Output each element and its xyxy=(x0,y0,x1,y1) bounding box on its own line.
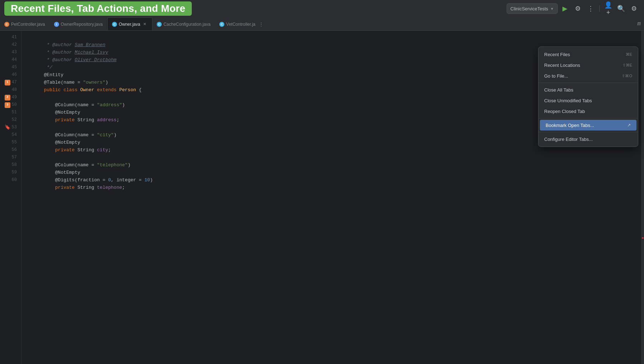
line-number-43: 43 xyxy=(12,49,18,56)
run-config-button[interactable]: ClinicServiceTests ▼ xyxy=(507,3,558,14)
menu-item-recent-files-shortcut: ⌘E xyxy=(626,52,632,57)
bookmark-badge-53: 🔖 xyxy=(5,125,10,131)
menu-item-close-all-tabs-label: Close All Tabs xyxy=(544,87,573,93)
error-badge-50: 3 xyxy=(5,102,10,108)
run-config-name: ClinicServiceTests xyxy=(511,6,548,11)
play-icon: ▶ xyxy=(562,5,567,13)
tab-actions-dropdown: Recent Files ⌘E Recent Locations ⇧⌘E Go … xyxy=(538,46,638,147)
tab-more-options[interactable]: ⋮ xyxy=(258,21,264,28)
menu-item-recent-files-label: Recent Files xyxy=(544,52,570,57)
toolbar: Recent Files, Tab Actions, and More Clin… xyxy=(0,0,644,17)
gear-icon: ⚙ xyxy=(575,5,581,13)
menu-item-bookmark-open-tabs[interactable]: Bookmark Open Tabs... ↗ xyxy=(540,120,636,131)
tab-label-pet-controller: PetController.java xyxy=(11,22,45,27)
line-number-58: 58 xyxy=(12,161,18,169)
tab-icon-owner: C xyxy=(112,22,117,27)
preferences-icon: ⚙ xyxy=(631,5,637,13)
line-number-48: 48 xyxy=(12,86,18,94)
cursor-indicator: ↗ xyxy=(627,123,631,128)
search-button[interactable]: 🔍 xyxy=(615,3,627,14)
error-badge-49: 2 xyxy=(5,95,10,100)
menu-separator-1 xyxy=(538,83,638,83)
line-number-47: 147 xyxy=(5,79,18,86)
menu-item-go-to-file-label: Go to File... xyxy=(544,73,568,79)
menu-item-go-to-file[interactable]: Go to File... ⇧⌘O xyxy=(538,70,638,81)
tab-vet-controller[interactable]: C VetController.ja ⋮ xyxy=(215,18,269,30)
tab-close-owner[interactable]: ✕ xyxy=(142,21,148,27)
menu-item-close-unmodified-tabs-label: Close Unmodified Tabs xyxy=(544,98,592,103)
person-plus-icon: 👤+ xyxy=(602,1,614,16)
menu-item-reopen-closed-tab-label: Reopen Closed Tab xyxy=(544,109,585,114)
run-button[interactable]: ▶ xyxy=(559,3,571,14)
line-numbers-gutter: 41 42 43 44 45 46 147 48 249 350 51 52 🔖… xyxy=(0,31,21,364)
menu-item-recent-locations[interactable]: Recent Locations ⇧⌘E xyxy=(538,60,638,70)
search-icon: 🔍 xyxy=(617,5,625,13)
line-number-57: 57 xyxy=(12,154,18,161)
code-line-41: * @author Sam Brannen xyxy=(27,34,641,41)
add-profile-button[interactable]: 👤+ xyxy=(602,3,614,14)
menu-item-configure-editor-tabs[interactable]: Configure Editor Tabs... xyxy=(538,134,638,144)
scrollbar-track[interactable] xyxy=(641,31,644,364)
error-badge-47: 1 xyxy=(5,80,10,85)
tab-icon-pet-controller: C xyxy=(4,22,9,27)
menu-separator-2 xyxy=(538,118,638,118)
toolbar-separator xyxy=(599,5,600,12)
tab-cache-configuration[interactable]: C CacheConfiguration.java xyxy=(152,18,215,30)
tab-pet-controller[interactable]: C PetController.java xyxy=(0,18,50,30)
line-number-51: 51 xyxy=(12,109,18,116)
tab-label-owner-repository: OwnerRepository.java xyxy=(61,22,103,27)
line-number-55: 55 xyxy=(12,139,18,146)
menu-item-recent-locations-label: Recent Locations xyxy=(544,63,580,68)
tab-icon-vet-controller: C xyxy=(219,22,224,27)
menu-item-go-to-file-shortcut: ⇧⌘O xyxy=(622,74,632,78)
tab-label-cache-configuration: CacheConfiguration.java xyxy=(164,22,210,27)
scrollbar-error-marker xyxy=(642,237,644,238)
line-number-60: 60 xyxy=(12,176,18,184)
tab-icon-owner-repository: I xyxy=(54,22,59,27)
menu-item-configure-editor-tabs-label: Configure Editor Tabs... xyxy=(544,137,593,142)
menu-item-close-unmodified-tabs[interactable]: Close Unmodified Tabs xyxy=(538,95,638,106)
toolbar-right: ClinicServiceTests ▼ ▶ ⚙ ⋮ 👤+ 🔍 ⚙ xyxy=(507,3,640,14)
line-number-54: 54 xyxy=(12,131,18,139)
tab-minimap-icon: m xyxy=(634,18,644,30)
tab-label-owner: Owner.java xyxy=(119,22,140,27)
menu-item-reopen-closed-tab[interactable]: Reopen Closed Tab xyxy=(538,106,638,117)
code-line-56 xyxy=(27,146,641,154)
more-options-button[interactable]: ⋮ xyxy=(585,3,596,14)
line-number-44: 44 xyxy=(12,56,18,64)
tab-owner[interactable]: C Owner.java ✕ xyxy=(107,18,152,30)
menu-item-recent-locations-shortcut: ⇧⌘E xyxy=(623,63,632,68)
settings-button[interactable]: ⚙ xyxy=(572,3,584,14)
menu-item-close-all-tabs[interactable]: Close All Tabs xyxy=(538,84,638,95)
more-icon: ⋮ xyxy=(587,5,594,13)
tab-owner-repository[interactable]: I OwnerRepository.java xyxy=(50,18,107,30)
tab-bar: C PetController.java I OwnerRepository.j… xyxy=(0,17,644,31)
line-number-42: 42 xyxy=(12,41,18,49)
chevron-down-icon: ▼ xyxy=(550,7,554,11)
line-number-59: 59 xyxy=(12,169,18,176)
line-number-56: 56 xyxy=(12,146,18,154)
toolbar-title: Recent Files, Tab Actions, and More xyxy=(4,1,192,16)
line-number-41: 41 xyxy=(12,34,18,41)
menu-item-bookmark-open-tabs-label: Bookmark Open Tabs... xyxy=(546,123,594,128)
line-number-49: 249 xyxy=(5,94,18,101)
line-number-53: 🔖53 xyxy=(5,124,18,131)
menu-item-recent-files[interactable]: Recent Files ⌘E xyxy=(538,49,638,60)
line-number-45: 45 xyxy=(12,64,18,71)
line-number-50: 350 xyxy=(5,101,18,109)
menu-separator-3 xyxy=(538,132,638,132)
preferences-button[interactable]: ⚙ xyxy=(628,3,640,14)
tab-label-vet-controller: VetController.ja xyxy=(226,22,255,27)
code-line-59: @Digits(fraction = 0, integer = 10) xyxy=(27,169,641,176)
tab-icon-cache-configuration: C xyxy=(157,22,162,27)
line-number-52: 52 xyxy=(12,116,18,124)
code-line-57: @Column(name = "telephone") xyxy=(27,154,641,161)
line-number-46: 46 xyxy=(12,71,18,79)
